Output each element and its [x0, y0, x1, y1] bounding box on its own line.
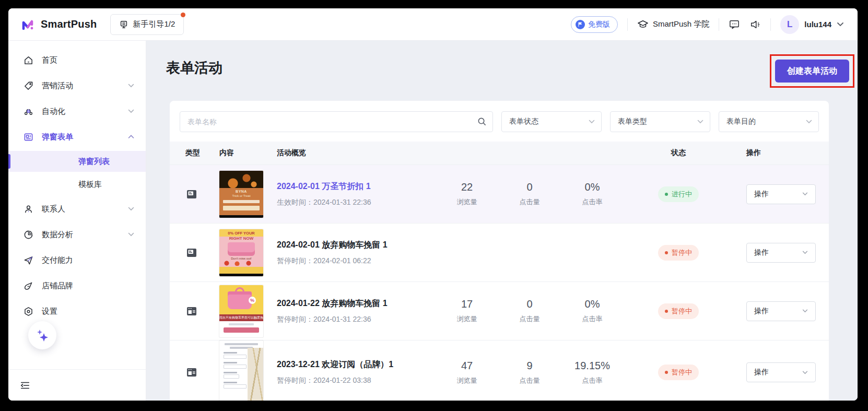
- chevron-down-icon: [802, 192, 808, 196]
- announcement-speaker-icon[interactable]: [749, 19, 761, 30]
- activity-title-link[interactable]: 2024-02-01 放弃购物车挽留 1: [277, 240, 436, 251]
- chevron-down-icon: [802, 309, 808, 313]
- activity-title-link[interactable]: 2023-12-21 欢迎订阅（品牌）1: [277, 359, 436, 370]
- row-thumbnail[interactable]: % 现在只有购物车界面可以触发挽留: [219, 285, 277, 337]
- table-row[interactable]: % 现在只有购物车界面可以触发挽留 2024-01-22 放弃购物车挽留 1 暂…: [170, 281, 829, 340]
- action-cell: 操作: [733, 184, 829, 204]
- row-action-dropdown[interactable]: 操作: [746, 243, 816, 263]
- table-row[interactable]: 2023-12-21 欢迎订阅（品牌）1 暂停时间：2024-01-22 03:…: [170, 340, 829, 401]
- plan-flag-icon: [576, 20, 585, 29]
- ai-assistant-button[interactable]: [28, 321, 56, 349]
- status-cell: 进行中: [624, 186, 733, 202]
- row-action-dropdown[interactable]: 操作: [746, 301, 816, 321]
- guide-label: 新手引导1/2: [133, 19, 175, 29]
- activity-title-link[interactable]: 2024-02-01 万圣节折扣 1: [277, 181, 436, 192]
- action-cell: 操作: [733, 362, 829, 382]
- sidebar-item-analytics[interactable]: 数据分析: [8, 223, 146, 246]
- sidebar-subitem-popup-list[interactable]: 弹窗列表: [8, 151, 146, 172]
- guide-flag-icon: [119, 20, 128, 29]
- feedback-chat-icon[interactable]: [729, 19, 740, 30]
- sidebar-item-store-brand[interactable]: 店铺品牌: [8, 274, 146, 297]
- plan-label: 免费版: [588, 20, 610, 29]
- activity-time: 暂停时间：2024-01-22 03:38: [277, 376, 436, 385]
- chevron-down-icon: [806, 120, 812, 124]
- stat-views: 17浏览量: [436, 298, 498, 324]
- brand-name: SmartPush: [41, 18, 97, 30]
- chevron-down-icon: [128, 232, 134, 237]
- paper-plane-icon: [24, 255, 33, 265]
- chevron-down-icon: [128, 109, 134, 113]
- sidebar-item-settings[interactable]: 设置: [8, 300, 146, 323]
- form-type-embed-icon: [170, 305, 219, 318]
- academy-label: SmartPush 学院: [653, 19, 709, 29]
- academy-link[interactable]: SmartPush 学院: [637, 19, 709, 30]
- sidebar: 首页 营销活动 自动化 弹窗表单: [8, 41, 146, 401]
- row-thumbnail[interactable]: [219, 340, 277, 401]
- stat-ctr: 0%点击率: [561, 181, 624, 207]
- status-badge: 暂停中: [658, 365, 699, 380]
- row-overview: 2023-12-21 欢迎订阅（品牌）1 暂停时间：2024-01-22 03:…: [277, 359, 436, 385]
- row-overview: 2024-01-22 放弃购物车挽留 1 暂停时间：2024-01-31 22:…: [277, 298, 436, 324]
- brand-logo[interactable]: SmartPush: [21, 18, 97, 31]
- topbar-right: 免费版 SmartPush 学院: [571, 15, 844, 34]
- topbar: SmartPush 新手引导1/2 免费版: [8, 8, 858, 41]
- status-cell: 暂停中: [624, 365, 733, 380]
- activity-time: 生效时间：2024-01-31 22:36: [277, 198, 436, 207]
- form-purpose-select[interactable]: 表单目的: [719, 111, 819, 132]
- divider: [627, 18, 628, 31]
- chevron-down-icon: [802, 251, 808, 254]
- activity-title-link[interactable]: 2024-01-22 放弃购物车挽留 1: [277, 298, 436, 309]
- notification-dot: [181, 13, 185, 17]
- chevron-down-icon: [837, 22, 844, 27]
- annotation-box: 创建表单活动: [770, 54, 854, 88]
- table-header: 类型 内容 活动概览 状态 操作: [170, 142, 829, 165]
- sidebar-item-automation[interactable]: 自动化: [8, 100, 146, 123]
- table-row[interactable]: 0% OFF YOUR RIGHT NOW Don't miss out! 20…: [170, 223, 829, 281]
- app-window: SmartPush 新手引导1/2 免费版: [8, 8, 858, 401]
- stat-views: 22浏览量: [436, 181, 498, 207]
- collapse-sidebar-icon[interactable]: [20, 381, 30, 390]
- chevron-down-icon: [589, 120, 595, 124]
- stat-clicks: 0点击量: [498, 298, 561, 324]
- row-overview: 2024-02-01 万圣节折扣 1 生效时间：2024-01-31 22:36: [277, 181, 436, 207]
- sidebar-item-popup-form[interactable]: 弹窗表单: [8, 125, 146, 148]
- table-row[interactable]: BYNA Trick or Treat 2024-02-01 万圣节折扣 1 生…: [170, 165, 829, 223]
- search-icon[interactable]: [477, 117, 486, 126]
- row-thumbnail[interactable]: BYNA Trick or Treat: [219, 171, 277, 218]
- stat-clicks: 0点击量: [498, 181, 561, 207]
- status-badge: 进行中: [658, 186, 699, 202]
- form-status-select[interactable]: 表单状态: [501, 111, 602, 132]
- plan-badge[interactable]: 免费版: [571, 16, 618, 33]
- stat-ctr: 0%点击率: [561, 298, 624, 324]
- popup-form-icon: [24, 132, 33, 142]
- row-thumbnail[interactable]: 0% OFF YOUR RIGHT NOW Don't miss out!: [219, 229, 277, 276]
- form-type-popup-icon: [170, 246, 219, 259]
- stat-views: [436, 251, 498, 255]
- create-form-activity-button[interactable]: 创建表单活动: [775, 60, 849, 83]
- sidebar-item-contacts[interactable]: 联系人: [8, 197, 146, 220]
- home-icon: [24, 55, 33, 65]
- automation-nodes-icon: [24, 107, 33, 116]
- search-input[interactable]: [180, 111, 493, 132]
- sidebar-item-home[interactable]: 首页: [8, 49, 146, 72]
- smartpush-logo-icon: [21, 18, 36, 31]
- sidebar-item-deliverability[interactable]: 交付能力: [8, 249, 146, 272]
- stat-ctr: 19.15%点击率: [561, 360, 624, 385]
- onboarding-guide-button[interactable]: 新手引导1/2: [110, 14, 184, 35]
- chevron-down-icon: [697, 120, 703, 124]
- sidebar-subitem-template-library[interactable]: 模板库: [8, 174, 146, 195]
- row-action-dropdown[interactable]: 操作: [746, 362, 816, 382]
- sidebar-footer: [8, 369, 146, 401]
- activity-time: 暂停时间：2024-02-01 06:22: [277, 256, 436, 266]
- divider: [719, 18, 719, 31]
- chevron-down-icon: [128, 84, 134, 88]
- user-menu[interactable]: L lulu144: [780, 15, 844, 34]
- form-type-select[interactable]: 表单类型: [610, 111, 710, 132]
- status-cell: 暂停中: [624, 303, 733, 319]
- row-action-dropdown[interactable]: 操作: [746, 184, 816, 204]
- column-header-content: 内容: [219, 148, 277, 158]
- avatar: L: [780, 15, 799, 34]
- sidebar-item-marketing[interactable]: 营销活动: [8, 74, 146, 97]
- status-cell: 暂停中: [624, 245, 733, 261]
- form-type-embed-icon: [170, 366, 219, 379]
